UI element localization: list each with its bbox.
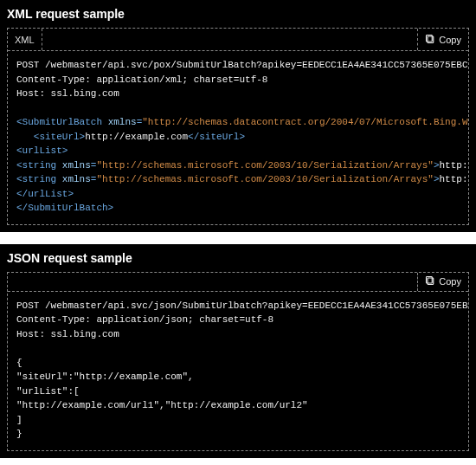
xml-heading: XML request sample <box>7 7 469 21</box>
json-code-scroll[interactable]: POST /webmaster/api.svc/json/SubmitUrlba… <box>8 292 468 450</box>
copy-icon <box>425 34 435 46</box>
json-sample-block: JSON request sample Copy POST /webmaster… <box>0 244 476 458</box>
xml-tab-bar: XML Copy <box>8 29 468 51</box>
xml-sample-block: XML request sample XML Copy POST /webmas… <box>0 0 476 232</box>
json-code: POST /webmaster/api.svc/json/SubmitUrlba… <box>8 292 468 450</box>
xml-code-panel: XML Copy POST /webmaster/api.svc/pox/Sub… <box>7 28 469 225</box>
json-heading: JSON request sample <box>7 251 469 265</box>
xml-code: POST /webmaster/api.svc/pox/SubmitUrlBat… <box>8 51 468 224</box>
json-top-bar: Copy <box>8 273 468 292</box>
copy-icon <box>425 275 435 287</box>
xml-code-scroll[interactable]: POST /webmaster/api.svc/pox/SubmitUrlBat… <box>8 51 468 224</box>
json-code-panel: Copy POST /webmaster/api.svc/json/Submit… <box>7 272 469 451</box>
copy-button[interactable]: Copy <box>417 273 468 291</box>
copy-label: Copy <box>439 276 461 287</box>
copy-button[interactable]: Copy <box>417 29 468 50</box>
copy-label: Copy <box>439 35 461 45</box>
tab-xml[interactable]: XML <box>8 29 42 50</box>
